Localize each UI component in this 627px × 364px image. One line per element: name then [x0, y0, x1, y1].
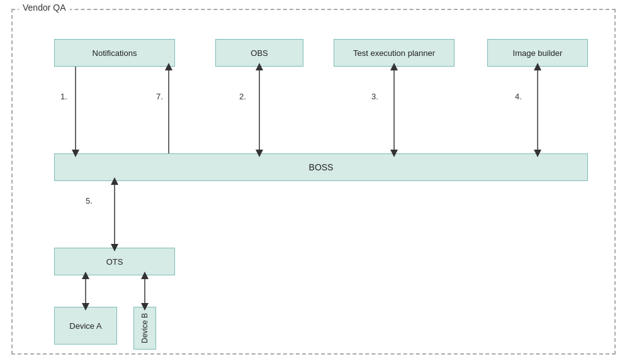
label-1: 1. [60, 92, 67, 101]
box-ots: OTS [54, 248, 175, 275]
diagram-title: Vendor QA [19, 3, 70, 13]
box-obs: OBS [215, 39, 303, 67]
label-3: 3. [371, 92, 378, 101]
label-4: 4. [515, 92, 522, 101]
label-5: 5. [86, 196, 93, 206]
box-image-builder: Image builder [487, 39, 588, 67]
label-7: 7. [156, 92, 163, 101]
label-2: 2. [239, 92, 246, 101]
box-boss: BOSS [54, 153, 588, 181]
diagram-container: Vendor QA Notifications OBS Test executi… [11, 9, 616, 355]
box-device-a: Device A [54, 307, 117, 345]
box-notifications: Notifications [54, 39, 175, 67]
box-tep: Test execution planner [334, 39, 455, 67]
box-device-b: Device B [133, 307, 156, 350]
